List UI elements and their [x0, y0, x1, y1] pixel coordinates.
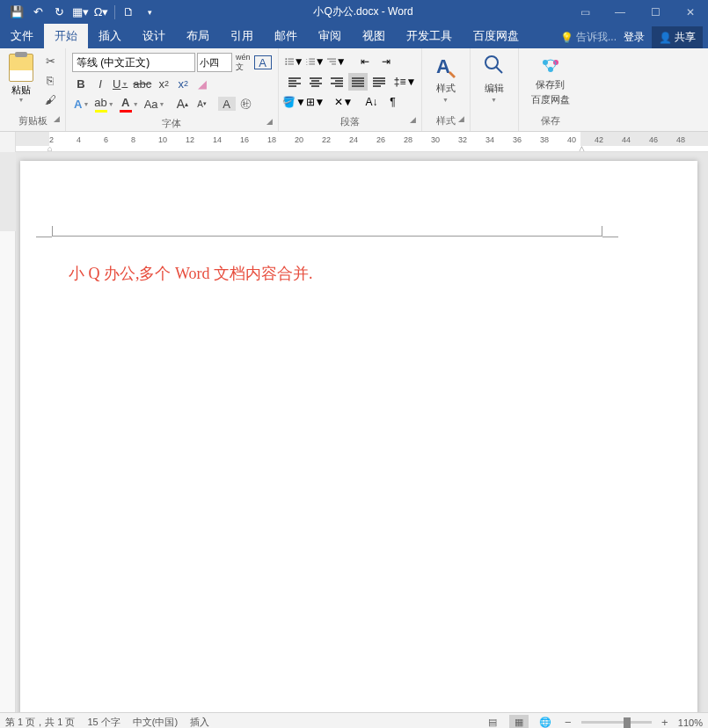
tab-review[interactable]: 审阅 — [308, 24, 352, 48]
paste-icon — [9, 54, 33, 82]
bullets-button[interactable]: ▼ — [285, 53, 304, 70]
font-color-button[interactable]: A▼ — [118, 95, 141, 113]
text-effects-button[interactable]: A▼ — [72, 95, 91, 113]
editing-button[interactable]: 编辑 ▼ — [474, 50, 515, 106]
multilevel-list-button[interactable]: ▼ — [327, 53, 347, 70]
paragraph-dialog-icon[interactable]: ◢ — [410, 115, 416, 124]
omega-icon[interactable]: Ω▾ — [91, 3, 111, 22]
change-case-button[interactable]: Aa▼ — [142, 95, 167, 113]
language[interactable]: 中文(中国) — [133, 716, 178, 728]
tab-insert[interactable]: 插入 — [88, 24, 132, 48]
tab-design[interactable]: 设计 — [132, 24, 176, 48]
ruler-tick: 32 — [458, 135, 467, 144]
format-painter-icon[interactable]: 🖌 — [40, 91, 60, 108]
decrease-indent-button[interactable]: ⇤ — [355, 53, 375, 70]
ruler-tick: 46 — [649, 135, 658, 144]
styles-dialog-icon[interactable]: ◢ — [458, 114, 464, 123]
qat-customize-icon[interactable]: ▾ — [140, 3, 159, 22]
underline-button[interactable]: U▼ — [111, 75, 129, 92]
grow-font-button[interactable]: A▴ — [174, 95, 192, 113]
new-doc-icon[interactable]: 🗋 — [119, 3, 138, 22]
zoom-slider[interactable] — [581, 721, 652, 724]
table-icon[interactable]: ▦▾ — [70, 3, 90, 22]
asian-layout-button[interactable]: ✕▼ — [334, 93, 354, 111]
line-spacing-button[interactable]: ‡≡▼ — [396, 73, 415, 91]
tab-file[interactable]: 文件 — [0, 24, 44, 48]
zoom-level[interactable]: 110% — [678, 717, 703, 728]
borders-button[interactable]: ⊞▼ — [306, 93, 325, 111]
indent-marker-right[interactable]: △ — [579, 144, 585, 151]
font-dialog-icon[interactable]: ◢ — [266, 117, 273, 126]
tab-references[interactable]: 引用 — [220, 24, 264, 48]
increase-indent-button[interactable]: ⇥ — [376, 53, 396, 70]
ruler-tick: 4 — [77, 135, 81, 144]
zoom-thumb[interactable] — [624, 717, 631, 728]
strikethrough-button[interactable]: abc — [131, 75, 153, 92]
page[interactable]: 小 Q 办公,多个 Word 文档内容合并. 小Q办公 — [20, 161, 697, 712]
sort-button[interactable]: A↓ — [362, 93, 382, 111]
align-center-button[interactable] — [306, 73, 325, 91]
zoom-in-button[interactable]: + — [659, 716, 671, 728]
align-right-button[interactable] — [327, 73, 347, 91]
ribbon-options-icon[interactable]: ▭ — [567, 0, 602, 24]
insert-mode[interactable]: 插入 — [190, 716, 209, 728]
window-title: 小Q办公.docx - Word — [159, 4, 567, 19]
bold-button[interactable]: B — [72, 75, 90, 92]
save-icon[interactable]: 💾 — [7, 3, 26, 22]
redo-icon[interactable]: ↻ — [49, 3, 69, 22]
ruler-tick: 2 — [49, 135, 54, 144]
svg-rect-13 — [329, 62, 336, 62]
font-size-combo[interactable] — [197, 53, 232, 72]
clear-format-icon[interactable]: ◢ — [193, 75, 211, 92]
indent-marker-left[interactable]: ⌂ — [47, 144, 52, 151]
copy-icon[interactable]: ⎘ — [40, 71, 60, 89]
tell-me[interactable]: 💡告诉我... — [560, 30, 617, 45]
save-baidu-button[interactable]: 保存到 百度网盘 — [522, 50, 579, 110]
document-text[interactable]: 小 Q 办公,多个 Word 文档内容合并. — [69, 263, 649, 284]
shrink-font-button[interactable]: A▾ — [193, 95, 211, 113]
numbering-button[interactable]: 123▼ — [306, 53, 325, 70]
show-marks-button[interactable]: ¶ — [383, 93, 403, 111]
align-left-button[interactable] — [285, 73, 304, 91]
minimize-icon[interactable]: — — [602, 0, 638, 24]
paste-button[interactable]: 粘贴 ▼ — [4, 50, 39, 106]
shading-button[interactable]: 🪣▼ — [285, 93, 304, 111]
close-icon[interactable]: ✕ — [673, 0, 708, 24]
word-count[interactable]: 15 个字 — [87, 716, 120, 728]
maximize-icon[interactable]: ☐ — [638, 0, 673, 24]
clipboard-dialog-icon[interactable]: ◢ — [54, 114, 60, 123]
vertical-ruler[interactable] — [0, 152, 16, 712]
distributed-button[interactable] — [369, 73, 389, 91]
zoom-out-button[interactable]: − — [562, 716, 574, 728]
tab-mailings[interactable]: 邮件 — [264, 24, 308, 48]
share-button[interactable]: 👤共享 — [652, 26, 703, 48]
enclose-char-button[interactable]: ㊓ — [237, 95, 255, 113]
justify-button[interactable] — [348, 73, 368, 91]
highlight-button[interactable]: ab▼ — [92, 95, 115, 113]
horizontal-ruler[interactable]: ⌂ △ 246810121416182022242628303234363840… — [0, 132, 708, 152]
superscript-button[interactable]: x2 — [174, 75, 192, 92]
tab-layout[interactable]: 布局 — [176, 24, 220, 48]
font-name-combo[interactable] — [72, 53, 195, 72]
document-area[interactable]: 小 Q 办公,多个 Word 文档内容合并. 小Q办公 — [16, 152, 708, 712]
read-mode-icon[interactable]: ▤ — [483, 715, 502, 729]
cut-icon[interactable]: ✂ — [40, 52, 60, 69]
ribbon: 粘贴 ▼ ✂ ⎘ 🖌 剪贴板◢ wén文 A B I U▼ abc — [0, 48, 708, 132]
char-shading-button[interactable]: A — [218, 97, 236, 111]
undo-icon[interactable]: ↶ — [28, 3, 47, 22]
character-border-icon[interactable]: A — [254, 55, 272, 69]
styles-button[interactable]: A 样式 ▼ — [426, 50, 466, 106]
ruler-corner[interactable] — [0, 132, 16, 152]
italic-button[interactable]: I — [91, 75, 109, 92]
subscript-button[interactable]: x2 — [155, 75, 172, 92]
tab-baidu[interactable]: 百度网盘 — [463, 24, 529, 48]
phonetic-guide-icon[interactable]: wén文 — [234, 54, 252, 71]
tab-home[interactable]: 开始 — [44, 24, 88, 48]
page-count[interactable]: 第 1 页，共 1 页 — [5, 716, 75, 728]
svg-text:3: 3 — [306, 63, 308, 66]
web-layout-icon[interactable]: 🌐 — [536, 715, 555, 729]
tab-view[interactable]: 视图 — [352, 24, 396, 48]
print-layout-icon[interactable]: ▦ — [509, 715, 529, 729]
tab-developer[interactable]: 开发工具 — [396, 24, 463, 48]
login-button[interactable]: 登录 — [624, 30, 645, 45]
